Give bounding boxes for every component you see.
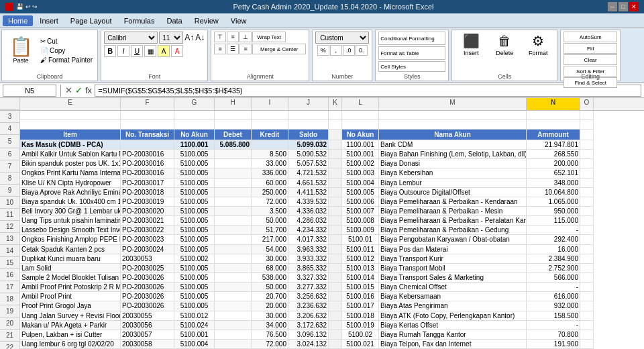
cell[interactable] (580, 216, 594, 226)
cell[interactable] (215, 264, 252, 273)
fill-color-button[interactable]: A (158, 45, 170, 57)
cell[interactable]: 54.000 (252, 245, 288, 254)
cell[interactable] (252, 140, 288, 150)
cell[interactable] (580, 197, 594, 207)
cell[interactable]: 5100.019 (342, 321, 379, 330)
cell[interactable] (329, 264, 342, 273)
cell[interactable]: Uang Tips untuk pisahin laminating tent … (20, 216, 121, 226)
cell[interactable]: 5.099.032 (288, 140, 329, 150)
cell[interactable] (215, 330, 252, 340)
cell[interactable]: Bikin spanduk poster pos UK. 1x1,5 m Fle… (20, 159, 121, 168)
cell[interactable]: 566.000 (527, 273, 580, 283)
cut-button[interactable]: ✂ Cut (38, 37, 95, 46)
cell[interactable] (580, 140, 594, 150)
cell[interactable] (215, 150, 252, 159)
cell[interactable]: 3.865.332 (288, 264, 329, 273)
cell[interactable]: Kredit (252, 130, 288, 140)
cell[interactable]: Proof Print Grogol Jaya (20, 301, 121, 311)
cell[interactable]: Biaya Chemical Offset (379, 283, 527, 292)
cell[interactable] (121, 120, 174, 130)
cell[interactable] (580, 188, 594, 197)
cell[interactable]: 76.500 (252, 330, 288, 340)
cell[interactable] (215, 207, 252, 216)
cell[interactable]: 72.000 (252, 197, 288, 207)
excel-icon[interactable] (5, 3, 13, 11)
cell[interactable]: 5100.02 (342, 330, 379, 340)
align-center-button[interactable]: ☰ (227, 44, 239, 54)
cell[interactable]: 5100.012 (174, 311, 215, 321)
cell[interactable]: Biaya Pemeliharaan & Perbaikan - Mesin (379, 207, 527, 216)
cell[interactable] (252, 120, 288, 130)
cell[interactable]: 5.057.532 (288, 159, 329, 168)
cell[interactable]: 5100.004 (174, 340, 215, 349)
cell[interactable] (215, 340, 252, 349)
cell-styles-btn[interactable]: Cell Styles (378, 61, 445, 72)
formula-input[interactable] (95, 85, 641, 97)
cell[interactable] (329, 216, 342, 226)
align-top-button[interactable]: ⊤ (214, 32, 226, 42)
cell[interactable]: Biaya Lembur (379, 179, 527, 188)
cell[interactable] (215, 235, 252, 244)
cell[interactable]: Biaya Kertas Offset (379, 321, 527, 330)
cell[interactable] (329, 150, 342, 159)
cell[interactable]: 5100.024 (174, 321, 215, 330)
cell[interactable] (580, 254, 594, 264)
cell[interactable] (215, 321, 252, 330)
delete-button[interactable]: 🗑 Delete (488, 32, 521, 58)
cell[interactable] (215, 111, 252, 120)
cell[interactable]: 70.800 (527, 330, 580, 340)
cell[interactable]: PO-20030026 (121, 292, 174, 301)
cell[interactable]: 250.000 (252, 188, 288, 197)
cell[interactable]: PO-20030018 (121, 188, 174, 197)
cell[interactable]: 616.000 (527, 292, 580, 301)
cell[interactable]: Biaya Transport Kurir (379, 254, 527, 264)
cell[interactable] (329, 140, 342, 150)
cell[interactable]: 3.096.132 (288, 330, 329, 340)
cell[interactable]: Biaya Donasi (379, 159, 527, 168)
cell[interactable]: 5100.007 (342, 207, 379, 216)
cell[interactable]: PO-20030022 (121, 226, 174, 235)
merge-center-button[interactable]: Merge & Center (252, 44, 306, 54)
cell[interactable] (580, 301, 594, 311)
cell[interactable] (215, 301, 252, 311)
cell[interactable]: 336.000 (252, 168, 288, 178)
cell[interactable]: Lassebo Design Smooth Text Invory (20, 226, 121, 235)
cell[interactable]: 5100.005 (174, 207, 215, 216)
cell[interactable]: 68.000 (252, 264, 288, 273)
cell[interactable] (329, 235, 342, 244)
cell[interactable] (215, 292, 252, 301)
cell[interactable]: 5100.005 (174, 273, 215, 283)
cell[interactable] (580, 235, 594, 244)
cell[interactable]: 1100.001 (174, 140, 215, 150)
align-left-button[interactable]: ≡ (214, 44, 226, 54)
cell[interactable]: 5100.005 (174, 216, 215, 226)
cell[interactable] (580, 273, 594, 283)
conditional-formatting-btn[interactable]: Conditional Formatting (378, 32, 445, 45)
cell[interactable] (215, 283, 252, 292)
cell[interactable]: 4.336.032 (288, 207, 329, 216)
cell[interactable] (215, 273, 252, 283)
cell[interactable]: 5100.006 (342, 197, 379, 207)
cell[interactable]: 8.500 (252, 150, 288, 159)
cell[interactable]: 5100.005 (174, 264, 215, 273)
cell[interactable] (215, 168, 252, 178)
cell[interactable] (580, 340, 594, 349)
menu-page-layout[interactable]: Page Layout (65, 15, 117, 26)
cell[interactable]: 20030055 (121, 311, 174, 321)
cell[interactable]: 217.000 (252, 235, 288, 244)
cell[interactable] (329, 292, 342, 301)
cell[interactable] (215, 311, 252, 321)
menu-home[interactable]: Home (3, 15, 33, 26)
cell[interactable]: 50.000 (252, 283, 288, 292)
cell[interactable]: Biaya Transport Mobil (379, 264, 527, 273)
cell[interactable]: Biaya Atas Pengiriman (379, 301, 527, 311)
cell[interactable] (329, 179, 342, 188)
bold-button[interactable]: B (104, 45, 116, 57)
cell[interactable] (580, 207, 594, 216)
cell[interactable]: Biaya ATK (Foto Copy, Perlengkapan Kanto… (379, 311, 527, 321)
cell[interactable]: 3.206.632 (288, 311, 329, 321)
cell[interactable]: 348.000 (527, 179, 580, 188)
name-box[interactable] (3, 85, 56, 97)
cell[interactable]: 20030053 (121, 254, 174, 264)
cell[interactable] (329, 188, 342, 197)
